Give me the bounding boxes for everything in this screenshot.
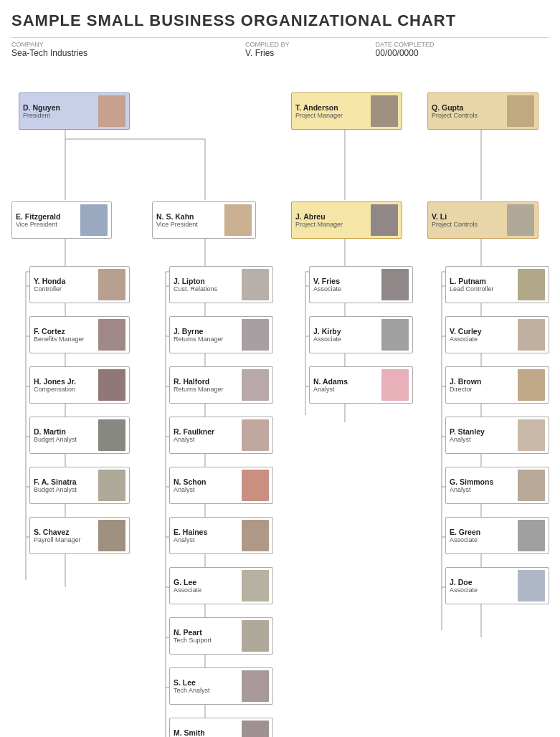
connector-lines bbox=[11, 71, 556, 737]
photo-putnam bbox=[518, 269, 545, 300]
node-gupta: Q. Gupta Project Controls bbox=[427, 92, 538, 130]
node-kahn: N. S. Kahn Vice President bbox=[152, 201, 256, 239]
node-stanley: P. Stanley Analyst bbox=[445, 417, 549, 454]
node-fitzgerald: E. Fitzgerald Vice President bbox=[11, 201, 112, 239]
node-honda: Y. Honda Controller bbox=[29, 266, 130, 303]
photo-cortez bbox=[98, 319, 125, 351]
node-anderson: T. Anderson Project Manager bbox=[291, 92, 402, 130]
company-label: COMPANY bbox=[11, 41, 87, 48]
page-title: SAMPLE SMALL BUSINESS ORGANIZATIONAL CHA… bbox=[11, 11, 549, 30]
node-lee-s: S. Lee Tech Analyst bbox=[169, 667, 273, 705]
node-adams: N. Adams Analyst bbox=[309, 366, 413, 404]
compiled-value: V. Fries bbox=[245, 48, 274, 58]
date-label: DATE COMPLETED bbox=[376, 41, 435, 48]
node-smith: M. Smith Tech Analyst bbox=[169, 718, 273, 737]
photo-li bbox=[507, 204, 534, 236]
node-green: E. Green Associate bbox=[445, 517, 549, 554]
node-brown: J. Brown Director bbox=[445, 366, 549, 404]
photo-lee-s bbox=[242, 670, 269, 702]
org-chart: D. Nguyen President T. Anderson Project … bbox=[11, 71, 556, 737]
photo-lee-g bbox=[242, 570, 269, 602]
photo-nguyen bbox=[98, 95, 125, 127]
photo-haines bbox=[242, 520, 269, 551]
photo-doe bbox=[518, 570, 545, 602]
node-curley: V. Curley Associate bbox=[445, 316, 549, 353]
node-byrne: J. Byrne Returns Manager bbox=[169, 316, 273, 353]
photo-lipton bbox=[242, 269, 269, 300]
node-sinatra: F. A. Sinatra Budget Analyst bbox=[29, 467, 130, 504]
node-lee-g: G. Lee Associate bbox=[169, 567, 273, 604]
photo-kahn bbox=[224, 204, 252, 236]
photo-honda bbox=[98, 269, 125, 300]
photo-gupta bbox=[507, 95, 534, 127]
photo-simmons bbox=[518, 470, 545, 501]
node-faulkner: R. Faulkner Analyst bbox=[169, 417, 273, 454]
photo-sinatra bbox=[98, 470, 125, 501]
photo-schon bbox=[242, 470, 269, 501]
photo-peart bbox=[242, 620, 269, 652]
node-martin: D. Martin Budget Analyst bbox=[29, 417, 130, 454]
node-lipton: J. Lipton Cust. Relations bbox=[169, 266, 273, 303]
photo-faulkner bbox=[242, 419, 269, 451]
node-simmons: G. Simmons Analyst bbox=[445, 467, 549, 504]
compiled-label: COMPILED BY bbox=[245, 41, 290, 48]
node-chavez: S. Chavez Payroll Manager bbox=[29, 517, 130, 554]
node-doe: J. Doe Associate bbox=[445, 567, 549, 604]
meta-row: COMPANY Sea-Tech Industries COMPILED BY … bbox=[11, 37, 549, 58]
photo-chavez bbox=[98, 520, 125, 551]
photo-abreu bbox=[371, 204, 398, 236]
photo-curley bbox=[518, 319, 545, 351]
node-li: V. Li Project Controls bbox=[427, 201, 538, 239]
node-haines: E. Haines Analyst bbox=[169, 517, 273, 554]
node-peart: N. Peart Tech Support bbox=[169, 617, 273, 655]
photo-kirby bbox=[381, 319, 409, 351]
photo-halford bbox=[242, 369, 269, 401]
photo-smith bbox=[242, 721, 269, 737]
photo-jones bbox=[98, 369, 125, 401]
photo-byrne bbox=[242, 319, 269, 351]
node-fries: V. Fries Associate bbox=[309, 266, 413, 303]
photo-adams bbox=[381, 369, 409, 401]
photo-fitzgerald bbox=[80, 204, 108, 236]
node-kirby: J. Kirby Associate bbox=[309, 316, 413, 353]
node-abreu: J. Abreu Project Manager bbox=[291, 201, 402, 239]
node-halford: R. Halford Returns Manager bbox=[169, 366, 273, 404]
photo-brown bbox=[518, 369, 545, 401]
photo-martin bbox=[98, 419, 125, 451]
date-value: 00/00/0000 bbox=[376, 48, 419, 58]
node-schon: N. Schon Analyst bbox=[169, 467, 273, 504]
photo-fries bbox=[381, 269, 409, 300]
node-jones: H. Jones Jr. Compensation bbox=[29, 366, 130, 404]
photo-anderson bbox=[371, 95, 398, 127]
node-nguyen: D. Nguyen President bbox=[19, 92, 130, 130]
photo-green bbox=[518, 520, 545, 551]
node-cortez: F. Cortez Benefits Manager bbox=[29, 316, 130, 353]
photo-stanley bbox=[518, 419, 545, 451]
node-putnam: L. Putnam Lead Controller bbox=[445, 266, 549, 303]
company-value: Sea-Tech Industries bbox=[11, 48, 87, 58]
